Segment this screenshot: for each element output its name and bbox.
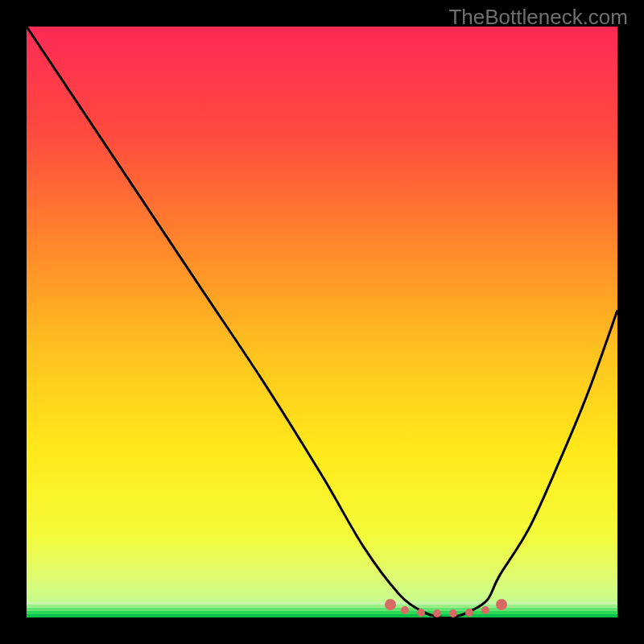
bottleneck-marker [465,609,473,617]
bottleneck-marker [401,606,409,614]
bottleneck-curve [27,27,617,617]
watermark-text: TheBottleneck.com [448,5,628,30]
plot-area [27,27,617,617]
bottleneck-marker [481,606,489,614]
bottleneck-marker [496,599,507,610]
bottleneck-marker [433,609,441,617]
bottleneck-marker [385,599,396,610]
chart-frame: TheBottleneck.com [0,0,644,644]
bottleneck-marker [449,609,457,617]
bottleneck-marker [417,609,425,617]
